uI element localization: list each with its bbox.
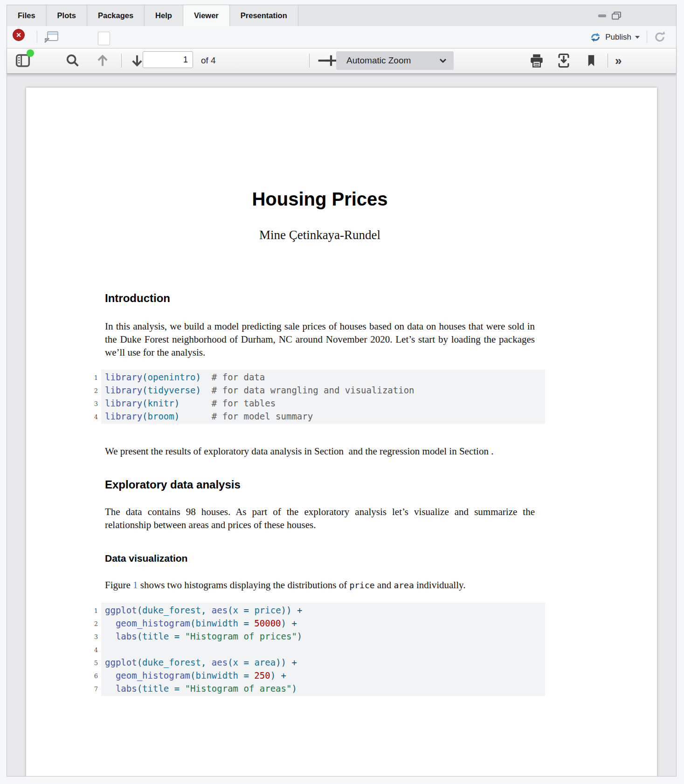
open-in-new-window-icon (42, 30, 59, 44)
document-sheet-icon (98, 32, 110, 45)
viewer-toolbar: ✕ Publish (7, 26, 676, 48)
popout-button[interactable] (42, 30, 59, 44)
search-icon (65, 53, 81, 69)
subsection-heading-data-visualization: Data visualization (105, 552, 535, 564)
viewer-pane: Files Plots Packages Help Viewer Present… (7, 5, 677, 777)
toolbar-separator (309, 54, 310, 68)
document-title: Housing Prices (77, 188, 563, 210)
bookmark-current-view-button[interactable] (584, 48, 598, 73)
publish-icon (589, 32, 601, 43)
clear-viewer-button[interactable]: ✕ (13, 30, 33, 45)
publish-button[interactable]: Publish (589, 32, 640, 43)
eda-paragraph: The data contains 98 houses. As part of … (105, 505, 535, 531)
code-block-libraries: 1library(openintro) # for data2library(t… (101, 370, 545, 424)
previous-page-button[interactable] (95, 48, 111, 73)
publish-label: Publish (605, 33, 631, 42)
refresh-button[interactable] (653, 30, 668, 44)
page-number-input[interactable] (143, 51, 193, 68)
zoom-select[interactable]: Automatic Zoom (336, 51, 454, 70)
download-icon (555, 53, 572, 69)
publish-dropdown-caret-icon[interactable] (635, 36, 640, 39)
chevron-down-icon (439, 57, 447, 64)
tab-plots[interactable]: Plots (47, 5, 87, 26)
section-heading-introduction: Introduction (105, 291, 535, 305)
maximize-front-rect (612, 14, 619, 20)
toolbar-separator (647, 31, 647, 43)
red-x-icon: ✕ (13, 29, 25, 41)
page-count-label: of 4 (201, 48, 216, 73)
double-chevron-right-icon: » (615, 55, 622, 67)
tab-help[interactable]: Help (145, 5, 183, 26)
zoom-select-label: Automatic Zoom (346, 55, 411, 66)
bookmark-icon (584, 53, 598, 69)
tab-files[interactable]: Files (7, 5, 47, 26)
figure-sentence: Figure 1 shows two histograms displaying… (105, 578, 535, 592)
pdf-viewer-area[interactable]: Housing Prices Mine Çetinkaya-Rundel Int… (7, 73, 676, 776)
pdf-toolbar: of 4 Automatic Zoom (7, 48, 676, 74)
tab-packages[interactable]: Packages (87, 5, 145, 26)
document-author: Mine Çetinkaya-Rundel (77, 227, 563, 242)
document-content: Housing Prices Mine Çetinkaya-Rundel Int… (105, 188, 535, 696)
toolbar-separator (121, 54, 122, 68)
toolbar-separator (37, 31, 37, 43)
pdf-page: Housing Prices Mine Çetinkaya-Rundel Int… (26, 88, 657, 776)
printer-icon (528, 53, 545, 69)
toolbar-separator (608, 54, 608, 68)
more-tools-button[interactable]: » (615, 48, 622, 73)
sidebar-toggle-button[interactable] (15, 48, 30, 73)
print-button[interactable] (528, 48, 545, 73)
present-paragraph: We present the results of exploratory da… (105, 445, 535, 458)
refresh-icon (653, 30, 667, 44)
download-button[interactable] (555, 48, 572, 73)
code-block-ggplot: 1ggplot(duke_forest, aes(x = price)) +2 … (101, 603, 545, 696)
viewer-active-green-dot (27, 49, 34, 57)
minimize-pane-icon[interactable] (598, 14, 606, 17)
find-button[interactable] (65, 48, 81, 73)
maximize-pane-icon[interactable] (612, 12, 621, 20)
tab-presentation[interactable]: Presentation (230, 5, 298, 26)
arrow-up-icon (95, 53, 111, 69)
section-heading-eda: Exploratory data analysis (105, 478, 535, 492)
tab-viewer[interactable]: Viewer (183, 5, 230, 27)
intro-paragraph: In this analysis, we build a model predi… (105, 320, 535, 359)
pane-tab-bar: Files Plots Packages Help Viewer Present… (7, 5, 676, 27)
